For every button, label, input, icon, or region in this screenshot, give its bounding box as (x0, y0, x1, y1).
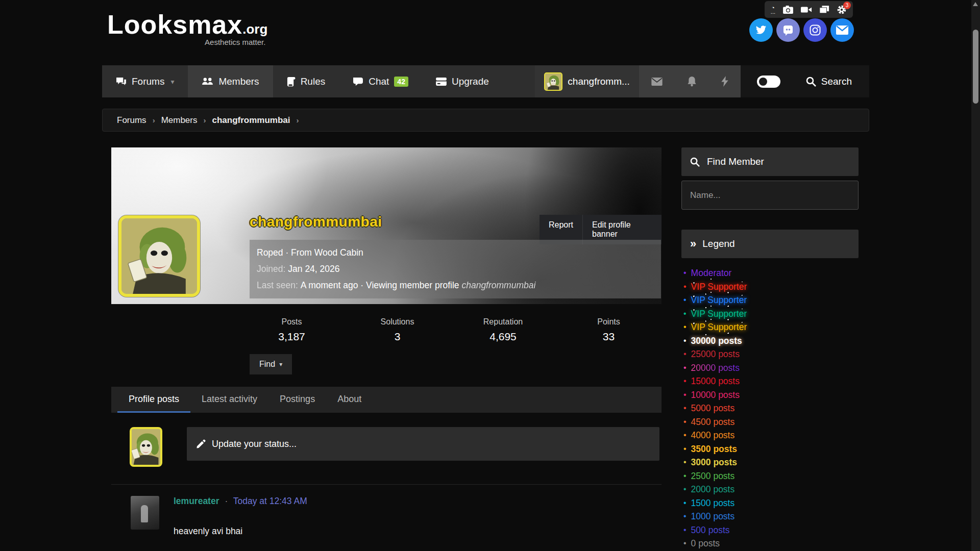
messages-button[interactable] (639, 65, 675, 97)
legend-item[interactable]: •30000 posts (683, 334, 859, 348)
legend-item[interactable]: •3000 posts (683, 456, 859, 469)
nav-label: Chat (369, 76, 389, 87)
comments-icon (116, 77, 127, 86)
nav-item-rules[interactable]: Rules (273, 65, 339, 97)
post-timestamp-link[interactable]: Today at 12:43 AM (233, 496, 307, 506)
legend-label: 1500 posts (691, 496, 735, 510)
legend-label: 10000 posts (691, 388, 740, 402)
legend-label: 20000 posts (691, 361, 740, 375)
legend-item[interactable]: •500 posts (683, 523, 859, 537)
post-body: lemureater · Today at 12:43 AM heavenly … (174, 496, 658, 551)
avatar[interactable] (131, 496, 159, 530)
profile-avatar[interactable] (118, 215, 200, 297)
stat-points[interactable]: Points 33 (556, 317, 662, 343)
legend-item[interactable]: •10000 posts (683, 388, 859, 402)
scroll-up-arrow[interactable] (973, 2, 978, 6)
profile-post: lemureater · Today at 12:43 AM heavenly … (111, 496, 662, 551)
lastseen-label: Last seen: (257, 280, 298, 290)
bullet-icon: • (683, 320, 687, 334)
bullet-icon: • (683, 293, 687, 307)
find-dropdown-button[interactable]: Find ▾ (250, 354, 292, 374)
gear-icon[interactable]: 3 (837, 5, 847, 15)
legend-item[interactable]: •VIP Supporter (683, 280, 859, 294)
stat-solutions[interactable]: Solutions 3 (345, 317, 450, 343)
legend-item[interactable]: •VIP Supporter (683, 293, 859, 307)
video-camera-icon[interactable] (801, 6, 812, 14)
composer-placeholder: Update your status... (212, 439, 297, 449)
legend-label: VIP Supporter (691, 320, 747, 334)
joined-value: Jan 24, 2026 (288, 264, 339, 274)
tab-profile-posts[interactable]: Profile posts (117, 387, 190, 413)
legend-label: 30000 posts (691, 334, 742, 348)
legend-item[interactable]: •0 posts (683, 537, 859, 550)
bullet-icon: • (683, 483, 687, 496)
profile-tabs: Profile posts Latest activity Postings A… (111, 387, 662, 413)
nav-item-forums[interactable]: Forums ▾ (102, 65, 188, 97)
bullet-icon: • (683, 496, 687, 510)
camera-icon[interactable] (782, 5, 794, 14)
nav-item-upgrade[interactable]: Upgrade (422, 65, 503, 97)
profile-username: changfrommumbai (250, 214, 382, 230)
breadcrumb-item-current[interactable]: changfrommumbai (212, 115, 290, 126)
scrollbar-thumb[interactable] (973, 30, 978, 104)
bullet-icon: • (683, 456, 687, 469)
alerts-button[interactable] (675, 65, 709, 97)
legend-item[interactable]: •1000 posts (683, 510, 859, 523)
tab-about[interactable]: About (326, 387, 373, 413)
legend-list: •Moderator •VIP Supporter •VIP Supporter… (681, 266, 859, 550)
logo-suffix: .org (242, 21, 267, 37)
bullet-icon: • (683, 374, 687, 388)
tab-latest-activity[interactable]: Latest activity (190, 387, 268, 413)
page-header: Looksmax.org Aesthetics matter. ◔... 3 (0, 0, 971, 65)
reactions-button[interactable] (709, 65, 741, 97)
legend-item[interactable]: •3500 posts (683, 442, 859, 456)
site-logo[interactable]: Looksmax.org Aesthetics matter. (107, 9, 267, 46)
post-header: lemureater · Today at 12:43 AM (174, 496, 658, 507)
stat-reputation[interactable]: Reputation 4,695 (450, 317, 556, 343)
chevron-down-icon: ▾ (279, 361, 282, 368)
chevron-right-icon: › (203, 116, 206, 124)
legend-label: VIP Supporter (691, 280, 747, 294)
post-content: heavenly avi bhai (174, 526, 658, 537)
profile-status-line: Roped · From Wood Cabin (257, 247, 654, 258)
member-name-input[interactable] (681, 181, 859, 210)
launcher-icon[interactable]: ◔... (771, 6, 775, 14)
tab-postings[interactable]: Postings (268, 387, 326, 413)
legend-label: 500 posts (691, 523, 730, 537)
legend-item[interactable]: •25000 posts (683, 347, 859, 361)
email-icon[interactable] (830, 18, 854, 42)
legend-label: 3500 posts (691, 442, 737, 456)
browser-widget-bar: ◔... 3 (765, 1, 853, 18)
search-button[interactable]: Search (793, 65, 865, 97)
legend-item[interactable]: •2500 posts (683, 469, 859, 483)
nav-item-members[interactable]: Members (188, 65, 273, 97)
breadcrumb-item[interactable]: Forums (117, 115, 146, 126)
theme-toggle[interactable] (757, 76, 780, 88)
legend-item[interactable]: •4000 posts (683, 429, 859, 442)
legend-item[interactable]: •4500 posts (683, 415, 859, 429)
legend-item[interactable]: •15000 posts (683, 374, 859, 388)
nav-label: Rules (301, 76, 326, 87)
legend-item[interactable]: •20000 posts (683, 361, 859, 375)
nav-user-menu[interactable]: changfromm... (535, 65, 639, 97)
legend-item[interactable]: •5000 posts (683, 402, 859, 415)
chevron-down-icon: ▾ (170, 78, 174, 86)
twitter-icon[interactable] (749, 18, 773, 42)
legend-item[interactable]: •VIP Supporter (683, 320, 859, 334)
windows-icon[interactable] (819, 5, 829, 14)
nav-item-chat[interactable]: Chat 42 (339, 65, 422, 97)
pencil-icon (196, 439, 206, 449)
discord-icon[interactable] (776, 18, 800, 42)
breadcrumb-item[interactable]: Members (161, 115, 198, 126)
status-composer[interactable]: Update your status... (187, 427, 659, 461)
stat-posts[interactable]: Posts 3,187 (239, 317, 345, 343)
legend-item[interactable]: •Moderator (683, 266, 859, 280)
browser-scrollbar[interactable] (971, 0, 980, 551)
bullet-icon: • (683, 402, 687, 415)
legend-item[interactable]: •2000 posts (683, 483, 859, 496)
post-author-link[interactable]: lemureater (174, 496, 219, 506)
avatar (544, 72, 562, 91)
legend-item[interactable]: •1500 posts (683, 496, 859, 510)
instagram-icon[interactable] (803, 18, 827, 42)
legend-item[interactable]: •VIP Supporter (683, 307, 859, 321)
